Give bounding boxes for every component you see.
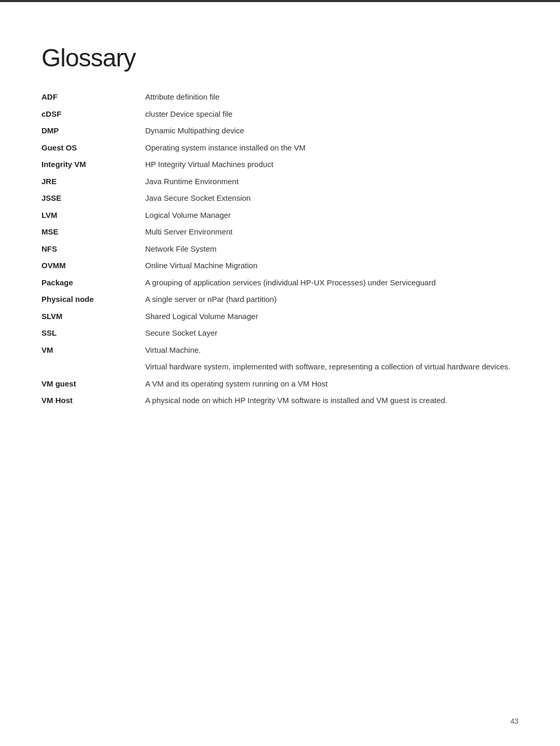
glossary-term: JSSE xyxy=(41,190,145,207)
glossary-definition: Dynamic Multipathing device xyxy=(145,122,519,140)
glossary-term: Integrity VM xyxy=(41,156,145,173)
glossary-row: JREJava Runtime Environment xyxy=(41,173,519,190)
page-title: Glossary xyxy=(41,44,519,72)
glossary-definition: Virtual hardware system, implemented wit… xyxy=(145,358,519,376)
glossary-definition: Shared Logical Volume Manager xyxy=(145,308,519,325)
glossary-term: VM guest xyxy=(41,376,145,393)
glossary-term: ADF xyxy=(41,89,145,106)
glossary-row: JSSEJava Secure Socket Extension xyxy=(41,190,519,207)
glossary-row: OVMMOnline Virtual Machine Migration xyxy=(41,257,519,274)
glossary-term: DMP xyxy=(41,122,145,140)
glossary-row: cDSFcluster Device special file xyxy=(41,106,519,123)
glossary-definition: A grouping of application services (indi… xyxy=(145,274,519,292)
glossary-row: DMPDynamic Multipathing device xyxy=(41,122,519,140)
glossary-definition: Network File System xyxy=(145,241,519,258)
glossary-term: Physical node xyxy=(41,291,145,308)
glossary-row: PackageA grouping of application service… xyxy=(41,274,519,292)
glossary-definition: HP Integrity Virtual Machines product xyxy=(145,156,519,173)
glossary-term: VM Host xyxy=(41,392,145,409)
top-border xyxy=(0,0,560,2)
glossary-definition: Secure Socket Layer xyxy=(145,325,519,342)
glossary-term: OVMM xyxy=(41,257,145,274)
glossary-row: Integrity VMHP Integrity Virtual Machine… xyxy=(41,156,519,173)
glossary-definition: Java Runtime Environment xyxy=(145,173,519,190)
glossary-term: JRE xyxy=(41,173,145,190)
glossary-row: SLVMShared Logical Volume Manager xyxy=(41,308,519,325)
glossary-term: VM xyxy=(41,342,145,359)
glossary-row: VM guestA VM and its operating system ru… xyxy=(41,376,519,393)
glossary-definition: Java Secure Socket Extension xyxy=(145,190,519,207)
glossary-row: SSLSecure Socket Layer xyxy=(41,325,519,342)
glossary-term: SSL xyxy=(41,325,145,342)
glossary-definition: Multi Server Environment xyxy=(145,224,519,241)
glossary-term: NFS xyxy=(41,241,145,258)
glossary-definition: A physical node on which HP Integrity VM… xyxy=(145,392,519,409)
glossary-row: Guest OSOperating system instance instal… xyxy=(41,140,519,157)
glossary-definition: A VM and its operating system running on… xyxy=(145,376,519,393)
glossary-definition: Operating system instance installed on t… xyxy=(145,140,519,157)
glossary-row: LVMLogical Volume Manager xyxy=(41,207,519,224)
glossary-table: ADFAttribute definition filecDSFcluster … xyxy=(41,89,519,409)
glossary-definition: A single server or nPar (hard partition) xyxy=(145,291,519,308)
page-number: 43 xyxy=(510,717,519,725)
glossary-row: VMVirtual Machine. xyxy=(41,342,519,359)
glossary-row: MSEMulti Server Environment xyxy=(41,224,519,241)
glossary-row: Physical nodeA single server or nPar (ha… xyxy=(41,291,519,308)
glossary-definition: cluster Device special file xyxy=(145,106,519,123)
glossary-row: VM HostA physical node on which HP Integ… xyxy=(41,392,519,409)
glossary-term: SLVM xyxy=(41,308,145,325)
glossary-term: cDSF xyxy=(41,106,145,123)
glossary-row: NFSNetwork File System xyxy=(41,241,519,258)
glossary-row: Virtual hardware system, implemented wit… xyxy=(41,358,519,376)
glossary-term: Package xyxy=(41,274,145,292)
glossary-definition: Attribute definition file xyxy=(145,89,519,106)
glossary-definition: Online Virtual Machine Migration xyxy=(145,257,519,274)
glossary-row: ADFAttribute definition file xyxy=(41,89,519,106)
page-container: Glossary ADFAttribute definition filecDS… xyxy=(0,19,560,451)
glossary-term: MSE xyxy=(41,224,145,241)
glossary-term: Guest OS xyxy=(41,140,145,157)
glossary-term xyxy=(41,358,145,376)
glossary-term: LVM xyxy=(41,207,145,224)
glossary-definition: Logical Volume Manager xyxy=(145,207,519,224)
glossary-definition: Virtual Machine. xyxy=(145,342,519,359)
